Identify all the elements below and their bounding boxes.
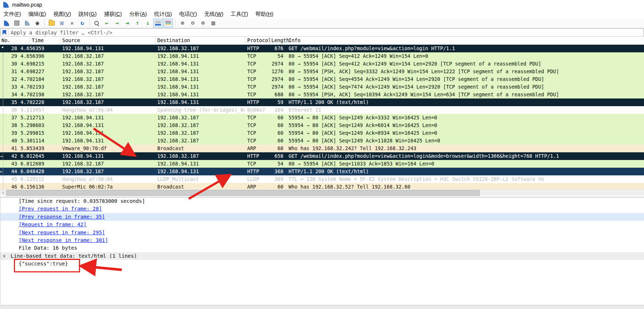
column-header-protocol[interactable]: Protocol [247,37,271,44]
menu-item-y[interactable]: 电话Y [176,10,200,18]
wireshark-window: mailtwo.pcap 文件F 编辑E 视图V 跳转G 捕获C 分析A 统计S… [0,0,644,309]
resize-columns-button[interactable]: ▥ [208,19,218,27]
packet-row-34[interactable]: 344.702198192.168.32.187 192.168.94.131T… [0,91,644,98]
file-reload-button[interactable] [78,19,87,27]
title-bar: mailtwo.pcap [0,0,644,10]
bookmark-icon [3,30,6,35]
column-header-destination[interactable]: Destination [157,37,190,44]
file-close-button[interactable] [67,19,77,27]
packet-row-44[interactable]: 446.048428192.168.32.187 192.168.94.131H… [0,168,644,175]
detail-line-0[interactable]: [Time since request: 0.035783000 seconds… [0,197,644,205]
zoom-out-button[interactable]: ⊖ [188,19,197,27]
packet-row-30[interactable]: 304.698215192.168.32.187 192.168.94.131T… [0,60,644,68]
menu-item-h[interactable]: 帮助H [252,10,277,18]
detail-line-5[interactable]: [Next response in frame: 301] [0,237,644,244]
wireshark-start-button[interactable] [2,19,11,27]
menu-item-f[interactable]: 文件F [0,10,25,18]
packet-row-43[interactable]: 436.012689192.168.32.187 192.168.94.131T… [0,160,644,168]
go-first-button[interactable]: ↑ [133,19,142,27]
auto-scroll-toggle-button[interactable] [153,19,163,27]
capture-restart-icon [25,21,30,26]
menu-item-e[interactable]: 编辑E [25,10,50,18]
capture-stop-button[interactable] [12,19,22,27]
row-marker [0,183,6,189]
packet-row-28[interactable]: 284.656359192.168.94.131 192.168.32.187H… [0,45,644,52]
capture-restart-button[interactable] [22,19,32,27]
packet-row-33[interactable]: 334.702193192.168.32.187 192.168.94.131T… [0,83,644,91]
file-open-button[interactable] [47,19,56,27]
file-open-icon [49,21,55,26]
packet-row-31[interactable]: 314.698227192.168.32.187 192.168.94.131T… [0,68,644,75]
auto-scroll-toggle-icon [155,21,161,26]
packet-row-37[interactable]: 375.212713192.168.94.131 192.168.32.187T… [0,114,644,122]
menu-item-t[interactable]: 工具T [227,10,252,18]
zoom-reset-icon: ⊜ [201,20,205,26]
filter-bookmark-button[interactable] [1,29,8,36]
row-marker [0,75,6,83]
packet-list-header: No. Time Source Destination Protocol Len… [0,36,644,45]
packet-row-32[interactable]: 324.702184192.168.32.187 192.168.94.131T… [0,75,644,83]
go-to-packet-button[interactable]: ⇥ [123,19,132,27]
zoom-reset-button[interactable]: ⊜ [198,19,208,27]
colorize-toggle-button[interactable] [163,19,173,27]
find-packet-button[interactable] [92,19,101,27]
detail-line-4[interactable]: [Next request in frame: 295] [0,229,644,237]
row-marker [0,122,6,129]
packet-row-45[interactable]: 456.129112Hangzhou_a7:56:04 LLDP_Multica… [0,175,644,183]
row-marker [0,175,6,183]
menu-item-v[interactable]: 视图V [50,10,75,18]
row-marker [0,152,6,160]
packet-row-39[interactable]: 395.299815192.168.94.131 192.168.32.187T… [0,129,644,137]
lower-pane-edge [0,305,644,309]
detail-line-7[interactable]: Line-based text data: text/html (1 lines… [0,252,644,260]
column-header-info[interactable]: Info [289,37,301,44]
capture-options-button[interactable]: ◉ [33,19,42,27]
packet-row-46[interactable]: 466.156136SuperMic_06:02:7a BroadcastARP… [0,183,644,189]
packet-details-pane: [Time since request: 0.035783000 seconds… [0,197,644,306]
capture-stop-icon [14,21,19,26]
row-marker [0,45,6,52]
row-marker [0,83,6,91]
row-marker [0,60,6,68]
packet-row-42[interactable]: 426.012645192.168.94.131 192.168.32.187H… [0,152,644,160]
row-marker [0,145,6,152]
zoom-in-button[interactable]: ⊕ [178,19,187,27]
detail-line-2[interactable]: [Prev response in frame: 35] [0,213,644,221]
packet-row-29[interactable]: 294.656396192.168.32.187 192.168.94.131T… [0,52,644,60]
go-forward-button[interactable]: → [112,19,122,27]
detail-line-3[interactable]: [Request in frame: 42] [0,221,644,228]
menu-bar: 文件F 编辑E 视图V 跳转G 捕获C 分析A 统计S 电话Y 无线W 工具T … [0,10,644,18]
menu-item-g[interactable]: 跳转G [75,10,100,18]
menu-item-a[interactable]: 分析A [125,10,150,18]
detail-line-8[interactable]: {"success":true} [0,260,644,268]
menu-item-s[interactable]: 统计S [151,10,176,18]
packet-row-35[interactable]: 354.702228192.168.32.187 192.168.94.131H… [0,98,644,106]
go-back-icon: ← [105,20,109,26]
scroll-left-button[interactable]: ‹ [0,190,6,196]
resize-columns-icon: ▥ [211,20,215,26]
packet-row-36[interactable]: 365.113957Hangzhou_a7:56:04 Spanning-tre… [0,106,644,114]
window-title: mailtwo.pcap [12,2,42,8]
row-marker [0,129,6,137]
scrollbar-thumb[interactable] [6,190,480,196]
column-header-source[interactable]: Source [62,37,80,44]
column-header-no[interactable]: No. [1,37,10,44]
toolbar-separator [89,20,90,26]
display-filter-input[interactable] [8,29,643,36]
go-last-button[interactable]: ↓ [143,19,152,27]
horizontal-scrollbar[interactable]: ‹ [0,189,644,196]
detail-line-6[interactable]: File Data: 16 bytes [0,244,644,252]
menu-item-w[interactable]: 无线W [200,10,227,18]
packet-row-40[interactable]: 405.301114192.168.94.131 192.168.32.187T… [0,137,644,145]
expander-icon[interactable] [3,252,5,260]
detail-line-1[interactable]: [Prev request in frame: 28] [0,205,644,213]
packet-row-41[interactable]: 415.853439Vmware_90:70:df BroadcastARP60… [0,145,644,152]
file-reload-icon [80,20,84,26]
packet-row-38[interactable]: 385.298603192.168.94.131 192.168.32.187T… [0,122,644,129]
menu-item-c[interactable]: 捕获C [100,10,125,18]
row-marker [0,160,6,168]
column-header-time[interactable]: Time [32,37,44,44]
file-save-button[interactable] [57,19,67,27]
go-back-button[interactable]: ← [102,19,112,27]
go-last-icon: ↓ [146,20,150,26]
